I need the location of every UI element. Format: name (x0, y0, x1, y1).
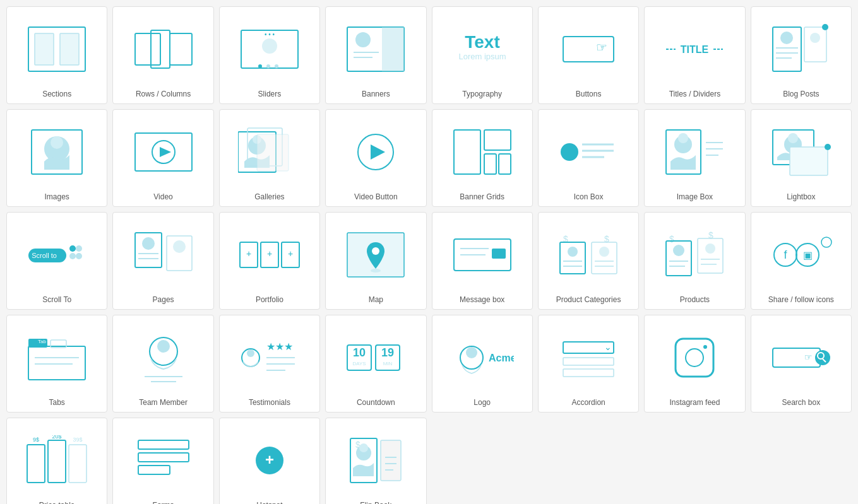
svg-text:+: + (246, 249, 251, 259)
widget-icon-video-button (330, 116, 422, 187)
widget-item-video-button[interactable]: Video Button (325, 109, 426, 207)
widget-item-image-box[interactable]: Image Box (644, 109, 745, 207)
widget-item-pages[interactable]: Pages (112, 212, 213, 310)
widget-item-rows-columns[interactable]: Rows / Columns (112, 6, 213, 104)
widget-item-logo[interactable]: Acme Logo (432, 315, 533, 413)
widget-item-sections[interactable]: Sections (6, 6, 107, 104)
svg-rect-155 (69, 445, 86, 483)
svg-rect-114 (28, 346, 85, 380)
svg-rect-46 (484, 130, 511, 150)
widget-label-instagram-feed: Instagram feed (669, 398, 720, 407)
svg-rect-146 (773, 348, 820, 367)
svg-point-84 (372, 247, 379, 255)
svg-rect-141 (563, 358, 614, 365)
svg-rect-166 (381, 440, 401, 481)
svg-point-67 (76, 245, 82, 252)
widget-item-message-box[interactable]: Message box (432, 212, 533, 310)
widget-item-banners[interactable]: Banners (325, 6, 426, 104)
svg-point-30 (810, 33, 820, 43)
widget-label-forms: Forms (153, 501, 174, 504)
widget-item-typography[interactable]: Text Lorem ipsum Typography (432, 6, 533, 104)
widget-icon-video (117, 116, 209, 187)
widget-icon-message-box (436, 219, 528, 290)
widget-label-titles-dividers: Titles / Dividers (669, 90, 721, 98)
widget-item-sliders[interactable]: • • • Sliders (219, 6, 320, 104)
svg-point-121 (157, 340, 170, 353)
svg-text:+: + (267, 249, 272, 259)
svg-point-63 (825, 144, 831, 150)
svg-point-9 (275, 64, 278, 68)
widget-item-banner-grids[interactable]: Banner Grids (432, 109, 533, 207)
widget-icon-tabs: Tab (11, 322, 103, 393)
widget-label-video-button: Video Button (354, 192, 398, 201)
widget-item-share-follow[interactable]: f ▣ Share / follow icons (751, 212, 852, 310)
widget-label-scroll-to: Scroll To (42, 295, 71, 304)
widget-item-blog-posts[interactable]: Blog Posts (751, 6, 852, 104)
widget-item-icon-box[interactable]: Icon Box (538, 109, 639, 207)
svg-text:⌄: ⌄ (604, 342, 612, 352)
widget-item-price-table[interactable]: 9$ 20$ 39$ Price table (6, 418, 107, 504)
widget-item-testimonials[interactable]: ★★★ Testimonials (219, 315, 320, 413)
widget-item-titles-dividers[interactable]: TITLE Titles / Dividers (644, 6, 745, 104)
svg-point-137 (466, 347, 477, 358)
widget-label-product-categories: Product Categories (556, 295, 621, 304)
svg-point-71 (142, 237, 155, 250)
svg-point-83 (371, 269, 381, 273)
svg-rect-88 (492, 249, 506, 259)
widget-label-testimonials: Testimonials (249, 398, 290, 407)
svg-text:★★★: ★★★ (266, 341, 293, 352)
svg-text:• • •: • • • (265, 31, 275, 38)
widget-item-buttons[interactable]: ☞ Buttons (538, 6, 639, 104)
widget-item-countdown[interactable]: 10 DAYS 19 MIN Countdown (325, 315, 426, 413)
widget-item-tabs[interactable]: Tab Tabs (6, 315, 107, 413)
widget-label-price-table: Price table (39, 501, 75, 504)
svg-rect-48 (499, 154, 511, 174)
widget-item-instagram-feed[interactable]: Instagram feed (644, 315, 745, 413)
widget-item-images[interactable]: Images (6, 109, 107, 207)
widget-label-pages: Pages (153, 295, 174, 304)
svg-point-7 (258, 64, 262, 68)
widget-item-hotspot[interactable]: + Hotspot (219, 418, 320, 504)
widget-item-search-box[interactable]: ☞ Search box (751, 315, 852, 413)
svg-rect-153 (48, 440, 66, 483)
svg-point-92 (568, 247, 578, 257)
svg-rect-3 (135, 33, 160, 65)
widget-item-forms[interactable]: Forms (112, 418, 213, 504)
widget-label-countdown: Countdown (357, 398, 395, 407)
svg-rect-29 (804, 27, 826, 62)
widget-icon-icon-box (542, 116, 635, 187)
widget-icon-forms (117, 425, 209, 496)
svg-text:☞: ☞ (596, 40, 607, 54)
svg-rect-142 (563, 369, 614, 377)
widget-label-icon-box: Icon Box (574, 192, 604, 201)
svg-rect-159 (138, 466, 170, 474)
widget-item-lightbox[interactable]: Lightbox (751, 109, 852, 207)
widget-item-team-member[interactable]: Team Member (112, 315, 213, 413)
widget-item-product-categories[interactable]: $ $ Product Categories (538, 212, 639, 310)
svg-point-61 (788, 133, 798, 143)
widget-label-map: Map (369, 295, 383, 304)
svg-point-10 (262, 38, 277, 54)
widget-icon-images (11, 116, 103, 187)
widget-icon-pages (117, 219, 209, 290)
widget-item-scroll-to[interactable]: Scroll to Scroll To (6, 212, 107, 310)
svg-text:20$: 20$ (52, 435, 62, 440)
widget-item-portfolio[interactable]: + + + Portfolio (219, 212, 320, 310)
widget-item-map[interactable]: Map (325, 212, 426, 310)
widget-item-products[interactable]: $ $ Products (644, 212, 745, 310)
svg-point-125 (247, 349, 254, 357)
widget-item-accordion[interactable]: ⌄ Accordion (538, 315, 639, 413)
svg-text:Text: Text (465, 32, 500, 52)
widget-item-flip-book[interactable]: $ Flip Book (325, 418, 426, 504)
widget-icon-logo: Acme (436, 322, 528, 393)
widget-label-flip-book: Flip Book (360, 501, 391, 504)
widget-label-products: Products (680, 295, 710, 304)
widget-icon-lightbox (755, 116, 847, 187)
svg-text:19: 19 (381, 346, 394, 359)
widget-item-video[interactable]: Video (112, 109, 213, 207)
widget-item-galleries[interactable]: Galleries (219, 109, 320, 207)
svg-rect-151 (27, 445, 45, 483)
widget-icon-sections (11, 13, 103, 85)
svg-text:f: f (784, 249, 787, 261)
widget-grid: Sections Rows / Columns • • • Sliders Ba… (6, 6, 852, 504)
